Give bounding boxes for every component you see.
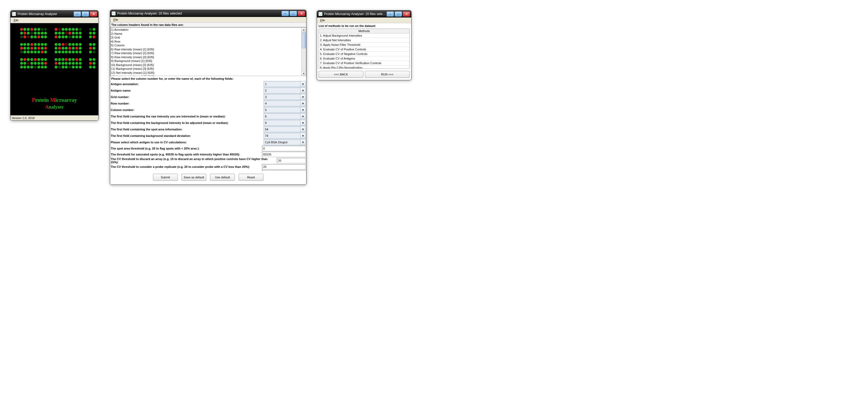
microarray-dot — [75, 36, 78, 38]
label-antigen-annotation: Antigen annotation: — [111, 83, 262, 86]
combo-spot-area[interactable]: 54▼ — [264, 126, 306, 132]
submit-button[interactable]: Submit — [153, 174, 178, 181]
chevron-down-icon: ▼ — [300, 140, 305, 145]
microarray-dot — [62, 66, 64, 68]
microarray-dot — [34, 36, 37, 38]
microarray-dot — [58, 39, 61, 42]
combo-background-intensity[interactable]: 9▼ — [264, 120, 306, 126]
minimize-button[interactable]: – — [386, 11, 394, 17]
combo-cv-antigen[interactable]: Cy5 BSA 15ng/ul▼ — [264, 139, 306, 145]
combo-raw-intensity[interactable]: 6▼ — [264, 114, 306, 119]
maximize-button[interactable]: □ — [289, 11, 297, 16]
headers-listbox[interactable]: 1) Annotation2) Name3) Grid4) Row5) Colu… — [110, 27, 306, 76]
table-row[interactable]: 1. Adjust Background Intensities — [319, 33, 409, 38]
microarray-dot — [58, 36, 61, 38]
input-spot-threshold[interactable]: 0 — [262, 146, 306, 151]
microarray-dot — [30, 32, 33, 34]
menu-file[interactable]: File — [111, 18, 120, 22]
run-button[interactable]: RUN >>> — [365, 71, 410, 78]
table-row[interactable]: 3. Apply Noise Filter Threshold — [319, 42, 409, 47]
list-item[interactable]: 3) Grid — [111, 36, 301, 40]
table-row[interactable]: 7. Evaluate CV of Positive Verification … — [319, 61, 409, 65]
table-row[interactable]: 8. Apply Pin-2-Pin Normalization — [319, 65, 409, 69]
use-default-button[interactable]: Use default — [210, 174, 235, 181]
combo-antigen-name[interactable]: 2▼ — [264, 88, 306, 93]
combo-bg-sd[interactable]: 74▼ — [264, 133, 306, 139]
table-row[interactable]: 2. Adjust Net Intensities — [319, 38, 409, 42]
combo-column-number[interactable]: 5▼ — [264, 107, 306, 113]
microarray-dot — [37, 43, 40, 46]
input-cv-array-threshold[interactable]: 20 — [277, 158, 306, 163]
maximize-button[interactable]: □ — [395, 11, 402, 17]
microarray-dot — [44, 54, 47, 57]
microarray-dot — [20, 39, 23, 42]
microarray-dot — [83, 66, 85, 68]
microarray-dot — [17, 54, 20, 57]
microarray-dot — [27, 58, 30, 61]
microarray-dot — [93, 51, 95, 53]
microarray-dot — [93, 58, 95, 61]
scroll-track[interactable] — [302, 32, 306, 71]
microarray-dot — [48, 28, 50, 31]
list-item[interactable]: 11) Background (mean) [3] {635} — [111, 67, 301, 71]
input-sat-threshold[interactable]: 65535 — [262, 152, 306, 157]
microarray-dot — [72, 43, 74, 46]
list-item[interactable]: 10) Background (mean) [2] {635} — [111, 63, 301, 67]
save-default-button[interactable]: Save as default — [182, 174, 206, 181]
reset-button[interactable]: Reset — [239, 174, 264, 181]
list-item[interactable]: 2) Name — [111, 32, 301, 36]
titlebar[interactable]: Protein Microarray Analyser – □ ✕ — [10, 10, 98, 18]
scroll-up-icon[interactable]: ▲ — [302, 28, 306, 32]
scrollbar-vertical[interactable]: ▲ ▼ — [301, 28, 306, 76]
menubar: File — [10, 18, 98, 23]
microarray-dot — [48, 51, 50, 53]
list-item[interactable]: 5) Column — [111, 43, 301, 48]
table-row[interactable]: 5. Evaluate CV of Negative Controls — [319, 52, 409, 56]
list-item[interactable]: 13) Net intensity (mean) [2] {635} — [111, 74, 301, 76]
close-button[interactable]: ✕ — [403, 11, 410, 17]
microarray-dot — [79, 62, 82, 65]
table-row[interactable]: 6. Evaluate CV of Antigens — [319, 56, 409, 61]
microarray-dot — [86, 39, 88, 42]
microarray-dot — [86, 36, 88, 38]
minimize-button[interactable]: – — [73, 11, 81, 17]
back-button[interactable]: <<< BACK — [319, 71, 363, 78]
list-item[interactable]: 1) Annotation — [111, 28, 301, 32]
menu-file[interactable]: File — [318, 18, 327, 22]
list-item[interactable]: 8) Raw intensity (mean) [3] {635} — [111, 55, 301, 59]
maximize-button[interactable]: □ — [82, 11, 89, 17]
close-button[interactable]: ✕ — [298, 11, 305, 16]
microarray-dot — [44, 66, 47, 68]
titlebar[interactable]: Protein Microarray Analyser: 20 files se… — [110, 10, 306, 17]
minimize-button[interactable]: – — [281, 11, 289, 16]
microarray-dot — [37, 54, 40, 57]
microarray-dot — [72, 39, 74, 42]
microarray-dot — [89, 28, 92, 31]
list-item[interactable]: 7) Raw intensity (mean) [2] {635} — [111, 51, 301, 55]
close-button[interactable]: ✕ — [90, 11, 97, 17]
list-item[interactable]: 9) Background (mean) [1] {635} — [111, 59, 301, 63]
scroll-thumb[interactable] — [302, 33, 306, 48]
label-spot-threshold: The spot area threshold (e.g. 20 to flag… — [111, 147, 261, 150]
microarray-dot — [48, 47, 50, 50]
list-item[interactable]: 6) Raw intensity (mean) [1] {635} — [111, 48, 301, 52]
microarray-dot — [51, 62, 54, 65]
table-row[interactable]: 4. Evaluate CV of Positive Controls — [319, 47, 409, 52]
microarray-dot — [83, 39, 85, 42]
label-antigen-name: Antigen name: — [111, 89, 262, 92]
menu-file[interactable]: File — [11, 18, 21, 22]
scroll-down-icon[interactable]: ▼ — [302, 71, 306, 76]
list-item[interactable]: 4) Row — [111, 40, 301, 44]
titlebar[interactable]: Protein Microarray Analyser: 20 files se… — [317, 10, 411, 18]
list-item[interactable]: 12) Net intensity (mean) [1] {635} — [111, 71, 301, 75]
chevron-down-icon: ▼ — [300, 94, 305, 100]
input-cv-replicate-threshold[interactable]: 20 — [262, 164, 306, 170]
menubar: File — [110, 17, 306, 23]
combo-row-number[interactable]: 4▼ — [264, 100, 306, 106]
combo-antigen-annotation[interactable]: 1▼ — [264, 81, 306, 87]
microarray-dot — [41, 66, 43, 68]
microarray-dot — [24, 47, 26, 50]
combo-grid-number[interactable]: 3▼ — [264, 94, 306, 100]
microarray-dot — [79, 54, 82, 57]
microarray-dot — [75, 58, 78, 61]
